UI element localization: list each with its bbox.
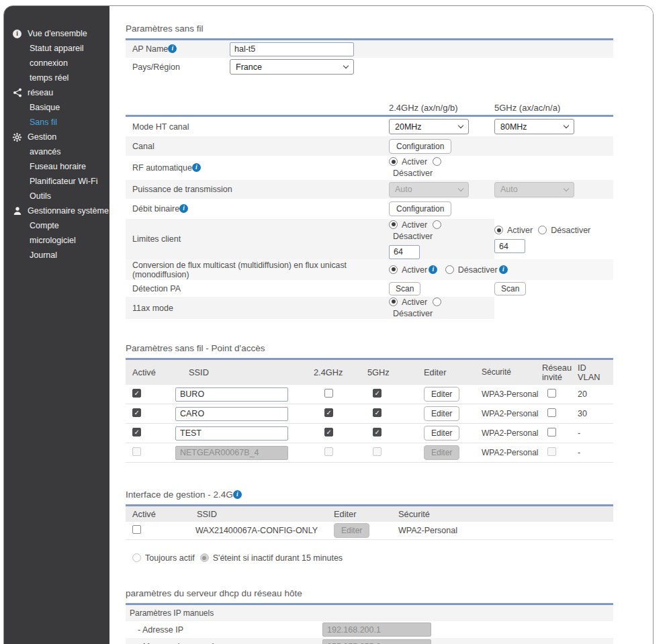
ssid-input[interactable]	[175, 426, 288, 441]
puissance-24-select: Auto	[389, 182, 469, 197]
rf-auto-desactiver-radio[interactable]	[433, 157, 441, 166]
band5-checkbox[interactable]	[373, 408, 382, 417]
sidebar-item-gestion[interactable]: Gestion	[4, 130, 109, 144]
ap-enabled-checkbox[interactable]	[132, 447, 141, 456]
sidebar-item-journal[interactable]: Journal	[4, 248, 109, 263]
country-select[interactable]: France	[230, 59, 354, 75]
sidebar-item-sans-fil[interactable]: Sans fil	[4, 115, 109, 130]
info-icon[interactable]: i	[179, 204, 188, 213]
info-icon[interactable]: i	[233, 490, 242, 499]
info-icon[interactable]: i	[192, 163, 201, 172]
vlan-value: 30	[578, 409, 607, 418]
puissance-row: Puissance de transmission Auto Auto	[126, 180, 613, 199]
limites-row: Limites client ActiverDésactiver Activer…	[126, 219, 613, 259]
limites-24-activer-radio[interactable]	[389, 220, 398, 229]
limites-5-activer-radio[interactable]	[494, 226, 503, 234]
limites-5-desactiver-radio[interactable]	[538, 226, 547, 234]
band5-checkbox[interactable]	[373, 389, 382, 398]
mgmt-ssid-value: WAX21400067A-CONFIG-ONLY	[175, 526, 334, 535]
sidebar: i Vue d'ensemble Statut appareil connexi…	[4, 6, 109, 644]
ap-name-input[interactable]	[230, 42, 354, 56]
sidebar-item-basique[interactable]: Basique	[4, 100, 109, 115]
band5-checkbox[interactable]	[373, 428, 382, 436]
limites-24-desactiver-radio[interactable]	[433, 220, 441, 229]
guest-checkbox[interactable]	[547, 408, 556, 417]
limites-5-radio-group: ActiverDésactiver	[494, 225, 596, 236]
sidebar-item-fuseau-horaire[interactable]: Fuseau horaire	[4, 159, 109, 174]
ap-enabled-checkbox[interactable]	[132, 428, 141, 436]
section-title: paramètres du serveur dhcp du réseau hôt…	[126, 588, 613, 598]
ax11-desactiver-radio[interactable]	[433, 297, 441, 306]
band-header-row: 2.4GHz (ax/n/g/b) 5GHz (ax/ac/n/a)	[126, 100, 613, 115]
chevron-down-icon	[343, 63, 349, 68]
dhcp-mask-row: - Masque de sous-réseau	[126, 638, 613, 644]
rf-auto-activer-radio[interactable]	[389, 157, 398, 166]
sidebar-item-statut-appareil[interactable]: Statut appareil	[4, 41, 109, 56]
canal-configuration-button[interactable]: Configuration	[389, 139, 451, 154]
ap-enabled-checkbox[interactable]	[132, 408, 141, 417]
ssid-input[interactable]	[175, 407, 288, 421]
rf-auto-label: RF automatiquei	[126, 163, 389, 173]
info-icon[interactable]: i	[429, 265, 437, 274]
app-window: i Vue d'ensemble Statut appareil connexi…	[3, 5, 654, 644]
section-title: Interface de gestion - 2.4Gi	[126, 490, 613, 500]
band24-checkbox	[324, 447, 333, 456]
guest-checkbox[interactable]	[547, 428, 556, 436]
editer-button: Editer	[334, 523, 369, 538]
ssid-input[interactable]	[175, 387, 288, 402]
ap-table-row: Editer WPA3-Personal 20	[126, 385, 613, 404]
sidebar-item-connexion[interactable]: connexion	[4, 56, 109, 71]
security-value: WPA2-Personal	[482, 449, 542, 457]
mask-label: - Masque de sous-réseau	[126, 642, 322, 644]
band24-checkbox[interactable]	[324, 389, 333, 398]
ip-address-input	[322, 623, 431, 637]
mgmt-timeout-options: Toujours actifS'éteint si inactif durant…	[126, 553, 613, 563]
multicast-activer-radio[interactable]	[389, 265, 398, 274]
security-value: WPA2-Personal	[482, 410, 542, 418]
info-icon[interactable]: i	[499, 265, 508, 274]
dhcp-manual-header: Paramètres IP manuels	[126, 608, 214, 618]
mode-ht-24-select[interactable]: 20MHz	[389, 119, 469, 134]
detection-row: Détection PA Scan Scan	[126, 280, 613, 297]
ax11-row: 11ax mode ActiverDésactiver	[126, 297, 613, 319]
sidebar-item-temps-reel[interactable]: temps réel	[4, 71, 109, 85]
ap-table-row: Editer WPA2-Personal -	[126, 424, 613, 443]
sidebar-item-outils[interactable]: Outils	[4, 189, 109, 203]
detection-24-scan-button[interactable]: Scan	[389, 282, 420, 295]
sidebar-item-planificateur-wifi[interactable]: Planificateur Wi-Fi	[4, 174, 109, 189]
mgmt-enabled-checkbox[interactable]	[132, 525, 141, 534]
detection-5-scan-button[interactable]: Scan	[494, 282, 526, 295]
ap-enabled-checkbox[interactable]	[132, 389, 141, 398]
mgmt-table-header: Activé SSID Editer Sécurité	[126, 506, 613, 522]
editer-button: Editer	[424, 445, 459, 460]
security-value: WPA2-Personal	[482, 429, 542, 438]
debit-row: Débit binairei Configuration	[126, 199, 613, 219]
sidebar-item-reseau[interactable]: réseau	[4, 85, 109, 100]
ax11-activer-radio[interactable]	[389, 297, 398, 306]
guest-checkbox[interactable]	[547, 389, 556, 398]
band-24-header: 2.4GHz (ax/n/g/b)	[389, 103, 494, 113]
section-wireless-settings: Paramètres sans fil AP Namei Pays/Région…	[126, 24, 613, 76]
band24-checkbox[interactable]	[324, 428, 333, 436]
vlan-value: -	[578, 448, 607, 457]
ap-table-header: Activé SSID 2.4GHz 5GHz Editer Sécurité …	[126, 360, 613, 385]
section-mgmt: Interface de gestion - 2.4Gi Activé SSID…	[126, 490, 613, 563]
limites-24-input[interactable]	[389, 245, 420, 259]
editer-button[interactable]: Editer	[424, 406, 459, 421]
sidebar-item-gestionnaire-systeme[interactable]: Gestionnaire système	[4, 203, 109, 218]
editer-button[interactable]: Editer	[424, 426, 459, 441]
limites-5-input[interactable]	[494, 239, 525, 253]
info-icon[interactable]: i	[168, 44, 177, 53]
sidebar-item-micrologiciel[interactable]: micrologiciel	[4, 233, 109, 248]
sidebar-item-vue-densemble[interactable]: i Vue d'ensemble	[4, 26, 109, 41]
sidebar-item-compte[interactable]: Compte	[4, 218, 109, 233]
editer-button[interactable]: Editer	[424, 387, 459, 402]
band24-checkbox[interactable]	[324, 408, 333, 417]
section-title: Paramètres sans fil - Point d'accès	[126, 343, 613, 353]
debit-configuration-button[interactable]: Configuration	[389, 201, 451, 216]
mode-ht-5-select[interactable]: 80MHz	[494, 119, 574, 134]
sidebar-item-avances[interactable]: avancés	[4, 144, 109, 159]
multicast-desactiver-radio[interactable]	[445, 265, 454, 274]
ax11-radio-group: ActiverDésactiver	[389, 297, 451, 320]
country-row: Pays/Région France	[126, 58, 613, 76]
